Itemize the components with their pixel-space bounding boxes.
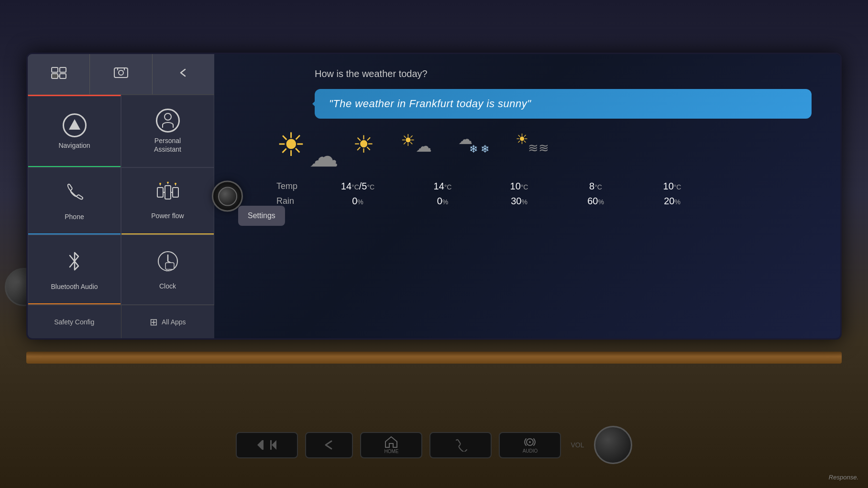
forecast-rain-4: 20% (635, 196, 709, 207)
audio-btn-label: AUDIO (523, 448, 538, 454)
svg-rect-7 (124, 68, 125, 70)
all-apps-label: All Apps (162, 318, 186, 326)
forecast-windy-icon-4: ☀ ≋≋ (516, 131, 549, 155)
home-hw-btn[interactable]: HOME (360, 432, 422, 458)
cloud-icon: ☁ (309, 142, 339, 171)
power-flow-icon (155, 182, 180, 208)
svg-point-5 (119, 70, 123, 75)
toolbar-back-btn[interactable] (153, 54, 214, 94)
rain-label: Rain (276, 196, 310, 206)
bottom-bar: Safety Config ⊞ All Apps (28, 305, 214, 338)
forecast-temp-3: 8°C (559, 181, 633, 192)
current-weather-icon: ☀ ☁ (276, 128, 334, 171)
forecast-day-4: ☀ ≋≋ (516, 131, 549, 155)
navigation-icon (63, 113, 87, 137)
svg-rect-6 (117, 68, 118, 70)
forecast-day-1: ☀ (353, 131, 374, 158)
watermark: Response. (829, 474, 858, 481)
nav-arrow-shape (69, 119, 80, 130)
phone-hw-btn[interactable] (429, 432, 492, 458)
nav-back-hw-icon (322, 438, 336, 452)
svg-rect-9 (173, 188, 178, 197)
back-icon (176, 66, 191, 83)
forecast-sun-4: ☀ (516, 131, 528, 147)
voice-bubble: "The weather in Frankfurt today is sunny… (315, 89, 812, 119)
svg-point-21 (529, 441, 531, 443)
svg-rect-17 (262, 440, 264, 450)
svg-marker-16 (257, 440, 262, 450)
svg-rect-8 (157, 188, 163, 197)
media-control-btn[interactable] (236, 432, 298, 458)
weather-question: How is the weather today? (315, 68, 821, 79)
forecast-sun-2: ☀ (401, 131, 415, 150)
forecast-temp-1: 14°C (406, 181, 480, 192)
forecast-rain-1: 0% (406, 196, 480, 207)
screen-bezel: Navigation Personal Assistant (26, 53, 842, 340)
toolbar-switch-btn[interactable] (28, 54, 90, 94)
phone-label: Phone (65, 212, 84, 221)
svg-point-11 (159, 183, 161, 185)
settings-button[interactable]: Settings (238, 206, 285, 226)
all-apps-icon: ⊞ (150, 316, 158, 328)
svg-point-13 (167, 182, 169, 183)
home-icon (385, 436, 398, 448)
power-flow-label: Power flow (151, 211, 184, 220)
sun-icon: ☀ (276, 128, 306, 161)
svg-rect-10 (165, 186, 171, 199)
media-icon (113, 66, 129, 83)
forecast-day-3: ☁ ❄ ❄ (458, 131, 489, 155)
safety-config-label: Safety Config (54, 318, 94, 326)
toolbar-media-btn[interactable] (90, 54, 152, 94)
volume-knob[interactable] (594, 426, 632, 464)
weather-content: How is the weather today? "The weather i… (276, 68, 821, 207)
main-content: Settings How is the weather today? "The … (214, 54, 840, 338)
bluetooth-audio-label: Bluetooth Audio (51, 282, 98, 291)
clock-icon (156, 249, 180, 278)
screen-content: Navigation Personal Assistant (28, 54, 840, 338)
nav-back-hw-btn[interactable] (305, 432, 353, 458)
app-navigation[interactable]: Navigation (28, 95, 121, 167)
person-body (162, 122, 174, 128)
temp-label: Temp (276, 181, 310, 191)
forecast-cloud-2: ☁ (416, 136, 432, 155)
forecast-temp-2: 10°C (482, 181, 556, 192)
switch-icon (51, 66, 66, 83)
app-bluetooth-audio[interactable]: Bluetooth Audio (28, 235, 121, 305)
clock-label: Clock (159, 282, 176, 290)
svg-point-12 (175, 183, 176, 185)
sidebar: Navigation Personal Assistant (28, 54, 214, 338)
home-btn-label: HOME (384, 449, 398, 454)
app-power-flow[interactable]: Power flow (121, 167, 214, 235)
safety-config-btn[interactable]: Safety Config (28, 305, 121, 338)
personal-assistant-icon (156, 109, 180, 133)
svg-marker-19 (272, 440, 276, 450)
hardware-controls: HOME AUDIO VOL (96, 426, 772, 464)
svg-rect-15 (165, 263, 174, 269)
forecast-rain-3: 60% (559, 196, 633, 207)
app-phone[interactable]: Phone (28, 167, 121, 235)
forecast-sun-icon-1: ☀ (353, 131, 374, 158)
audio-hw-btn[interactable]: AUDIO (499, 432, 561, 458)
svg-rect-2 (52, 74, 58, 78)
navigation-label: Navigation (58, 141, 90, 150)
forecast-temp-4: 10°C (635, 181, 709, 192)
wood-trim (26, 352, 842, 364)
svg-rect-4 (114, 68, 128, 78)
app-grid: Navigation Personal Assistant (28, 95, 214, 305)
app-personal-assistant[interactable]: Personal Assistant (121, 95, 214, 167)
forecast-day-2: ☀ ☁ (401, 131, 432, 155)
forecast-icons: ☀ ☀ ☁ ☁ ❄ ❄ (353, 128, 549, 158)
svg-rect-3 (60, 74, 66, 78)
personal-assistant-label: Personal Assistant (154, 136, 181, 154)
all-apps-btn[interactable]: ⊞ All Apps (121, 305, 215, 338)
forecast-snow-3: ❄ ❄ (469, 143, 489, 155)
toolbar (28, 54, 214, 95)
svg-rect-0 (52, 67, 58, 72)
forecast-rain-2: 30% (482, 196, 556, 207)
phone-icon (63, 181, 86, 209)
vol-label: VOL (571, 441, 584, 449)
app-clock[interactable]: Clock (121, 235, 214, 305)
bluetooth-icon (64, 249, 85, 278)
voice-inner (218, 187, 237, 206)
person-head (164, 113, 172, 121)
